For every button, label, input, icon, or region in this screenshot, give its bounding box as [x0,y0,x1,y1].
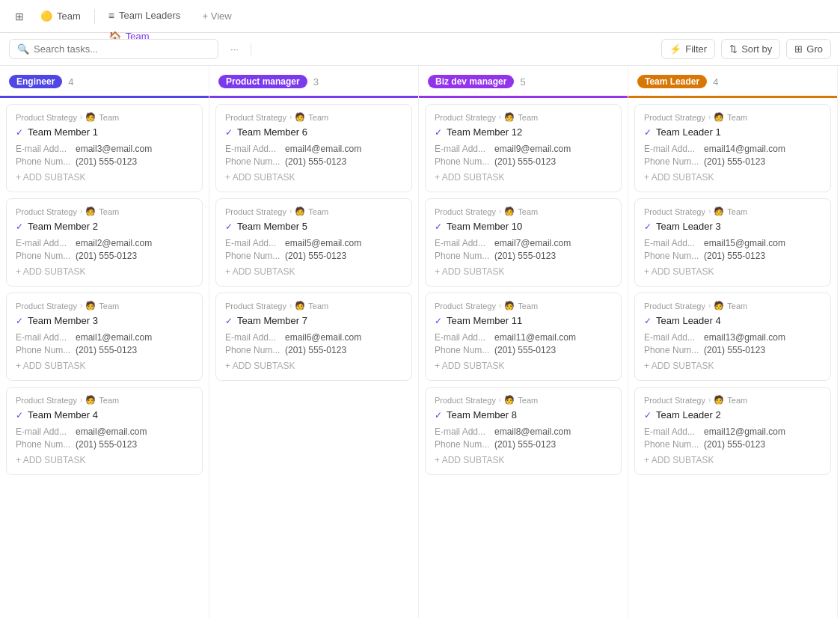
phone-value: (201) 555-0123 [76,251,137,261]
add-subtask-button[interactable]: + ADD SUBTASK [644,169,821,186]
column-body-biz-dev: Product Strategy › 🧑 Team ✓ Team Member … [419,98,628,618]
column-engineer: Engineer 4 Product Strategy › 🧑 Team ✓ T… [0,66,209,618]
add-subtask-button[interactable]: + ADD SUBTASK [16,263,193,280]
breadcrumb-team: Team [518,113,538,122]
card-phone-field: Phone Num... (201) 555-0123 [644,156,821,167]
card-title-row: ✓ Team Member 10 [435,221,612,232]
card-checkbox[interactable]: ✓ [644,221,652,232]
card-checkbox[interactable]: ✓ [435,410,442,420]
card-breadcrumb: Product Strategy › 🧑 Team [435,395,612,405]
card-title-row: ✓ Team Member 5 [225,221,402,232]
card-checkbox[interactable]: ✓ [225,127,233,138]
add-subtask-button[interactable]: + ADD SUBTASK [435,263,612,280]
add-subtask-button[interactable]: + ADD SUBTASK [644,358,821,374]
card-breadcrumb: Product Strategy › 🧑 Team [644,301,821,310]
card-breadcrumb: Product Strategy › 🧑 Team [435,206,612,216]
card[interactable]: Product Strategy › 🧑 Team ✓ Team Leader … [634,198,831,287]
breadcrumb-emoji: 🧑 [85,301,96,310]
card-checkbox[interactable]: ✓ [644,127,652,138]
nav-tab-team-leaders[interactable]: ≡Team Leaders [101,5,194,26]
breadcrumb-arrow: › [708,113,711,121]
add-subtask-button[interactable]: + ADD SUBTASK [644,263,821,280]
add-subtask-button[interactable]: + ADD SUBTASK [435,452,612,468]
card-checkbox[interactable]: ✓ [16,316,23,326]
add-subtask-button[interactable]: + ADD SUBTASK [644,452,821,468]
card[interactable]: Product Strategy › 🧑 Team ✓ Team Leader … [634,293,831,381]
card-checkbox[interactable]: ✓ [16,221,23,232]
add-view-button[interactable]: + View [197,6,238,26]
card-checkbox[interactable]: ✓ [435,127,442,138]
grid-icon[interactable]: ⊞ [9,6,30,27]
card-checkbox[interactable]: ✓ [644,410,652,420]
card-checkbox[interactable]: ✓ [16,127,23,138]
add-subtask-button[interactable]: + ADD SUBTASK [16,452,193,468]
card-breadcrumb: Product Strategy › 🧑 Team [225,206,402,216]
breadcrumb-arrow: › [289,113,292,121]
email-label: E-mail Add... [225,238,285,248]
phone-value: (201) 555-0123 [494,439,556,450]
add-subtask-button[interactable]: + ADD SUBTASK [16,358,193,374]
add-subtask-button[interactable]: + ADD SUBTASK [435,169,612,186]
add-subtask-button[interactable]: + ADD SUBTASK [16,169,193,186]
card-email-field: E-mail Add... email6@email.com [225,332,402,343]
card[interactable]: Product Strategy › 🧑 Team ✓ Team Member … [215,293,412,381]
card[interactable]: Product Strategy › 🧑 Team ✓ Team Member … [215,198,412,287]
nav-tab-home[interactable]: 🟡 Team [33,6,88,26]
card-email-field: E-mail Add... email3@email.com [16,144,193,154]
card[interactable]: Product Strategy › 🧑 Team ✓ Team Member … [6,387,203,475]
card-email-field: E-mail Add... email4@email.com [225,144,402,154]
card-checkbox[interactable]: ✓ [225,316,233,326]
breadcrumb-arrow: › [80,113,82,121]
group-button[interactable]: ⊞ Gro [786,39,831,59]
breadcrumb-emoji: 🧑 [714,301,724,310]
phone-label: Phone Num... [225,251,285,261]
card[interactable]: Product Strategy › 🧑 Team ✓ Team Member … [425,387,622,475]
card[interactable]: Product Strategy › 🧑 Team ✓ Team Leader … [634,387,831,475]
card[interactable]: Product Strategy › 🧑 Team ✓ Team Leader … [634,104,831,192]
breadcrumb-arrow: › [80,302,82,310]
phone-label: Phone Num... [644,345,704,355]
add-subtask-button[interactable]: + ADD SUBTASK [225,169,402,186]
card-phone-field: Phone Num... (201) 555-0123 [435,439,612,450]
add-subtask-button[interactable]: + ADD SUBTASK [225,358,402,374]
breadcrumb-emoji: 🧑 [504,301,515,310]
card-checkbox[interactable]: ✓ [435,316,442,326]
email-label: E-mail Add... [644,238,704,248]
filter-button[interactable]: ⚡ Filter [661,39,715,59]
phone-value: (201) 555-0123 [704,251,765,261]
card[interactable]: Product Strategy › 🧑 Team ✓ Team Member … [6,198,203,287]
card-title-row: ✓ Team Leader 4 [644,315,821,326]
card-title: Team Member 5 [237,221,307,232]
add-subtask-button[interactable]: + ADD SUBTASK [225,263,402,280]
breadcrumb-project: Product Strategy [435,302,496,310]
card[interactable]: Product Strategy › 🧑 Team ✓ Team Member … [6,104,203,192]
email-label: E-mail Add... [435,144,494,154]
breadcrumb-project: Product Strategy [225,113,286,122]
phone-value: (201) 555-0123 [285,156,346,167]
add-subtask-button[interactable]: + ADD SUBTASK [435,358,612,374]
card-checkbox[interactable]: ✓ [435,221,442,232]
card[interactable]: Product Strategy › 🧑 Team ✓ Team Member … [215,104,412,192]
nav-tab-team-members[interactable]: ≡Team Members [101,0,194,5]
card[interactable]: Product Strategy › 🧑 Team ✓ Team Member … [6,293,203,381]
card[interactable]: Product Strategy › 🧑 Team ✓ Team Member … [425,293,622,381]
email-value: email14@gmail.com [704,144,785,154]
search-input[interactable] [34,43,210,55]
card-email-field: E-mail Add... email@email.com [16,426,193,437]
card-checkbox[interactable]: ✓ [644,316,652,326]
card-checkbox[interactable]: ✓ [16,410,23,420]
breadcrumb-project: Product Strategy [16,113,77,122]
card-checkbox[interactable]: ✓ [225,221,233,232]
card[interactable]: Product Strategy › 🧑 Team ✓ Team Member … [425,104,622,192]
card[interactable]: Product Strategy › 🧑 Team ✓ Team Member … [425,198,622,287]
sort-button[interactable]: ⇅ Sort by [721,39,780,59]
phone-label: Phone Num... [225,156,285,167]
search-box[interactable]: 🔍 [9,39,218,59]
card-phone-field: Phone Num... (201) 555-0123 [644,251,821,261]
card-title: Team Member 7 [237,315,307,326]
breadcrumb-project: Product Strategy [16,207,77,216]
card-title-row: ✓ Team Member 8 [435,409,612,420]
phone-value: (201) 555-0123 [76,156,137,167]
breadcrumb-team: Team [99,396,119,405]
more-options-button[interactable]: ··· [224,40,245,58]
